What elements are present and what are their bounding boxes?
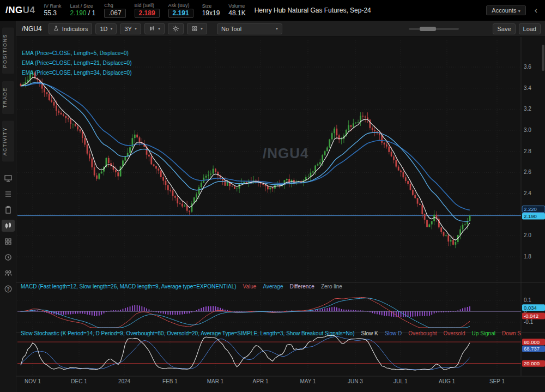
svg-text:2.4: 2.4 — [524, 190, 531, 196]
bid-label: Bid (Sell) — [135, 3, 155, 9]
last-size-label: Last / Size — [70, 3, 93, 9]
volume-label: Volume — [228, 3, 245, 9]
last-value: 2.190 — [70, 9, 86, 17]
zoom-slider-thumb[interactable] — [420, 27, 436, 31]
chevron-down-icon: ▾ — [110, 26, 112, 31]
stochastic-study — [17, 336, 521, 371]
svg-text:3.4: 3.4 — [524, 85, 531, 91]
indicators-button[interactable]: Indicators — [49, 23, 93, 34]
svg-text:2024: 2024 — [118, 378, 131, 384]
layout-grid-dropdown[interactable]: ▾ — [187, 23, 207, 34]
svg-text:2.220: 2.220 — [524, 206, 537, 212]
gear-icon — [172, 25, 179, 32]
load-button[interactable]: Load — [519, 23, 541, 34]
svg-text:APR 1: APR 1 — [253, 378, 269, 384]
price-chart-canvas[interactable]: 3.63.43.23.02.82.62.42.22.01.80.10-0.1NO… — [16, 37, 545, 392]
stoch-study-title[interactable]: Slow Stochastic (K Period=14, D Period=9… — [21, 330, 355, 336]
size-label: Size — [202, 3, 212, 9]
svg-text:-0.1: -0.1 — [524, 319, 534, 325]
svg-text:3.6: 3.6 — [524, 64, 531, 70]
svg-text:SEP 1: SEP 1 — [489, 378, 505, 384]
chevron-down-icon: ▾ — [201, 26, 203, 31]
flask-icon — [53, 25, 59, 32]
range-dropdown[interactable]: 3Y▾ — [120, 23, 141, 34]
volume-field: Volume 48.1K — [228, 3, 245, 17]
iv-rank-field: IV Rank 55.3 — [44, 3, 61, 17]
svg-text:2.190: 2.190 — [524, 213, 537, 219]
svg-text:MAR 1: MAR 1 — [207, 378, 224, 384]
ask-label: Ask (Buy) — [168, 3, 190, 9]
chg-field: Chg .067 — [104, 3, 125, 18]
ask-field: Ask (Buy) 2.191 — [168, 3, 193, 18]
svg-text:JUL 1: JUL 1 — [393, 378, 408, 384]
iv-rank-value: 55.3 — [44, 9, 56, 17]
watchlist-icon[interactable] — [2, 188, 15, 200]
body-row: POSITIONS TRADE ACTIVITY — [0, 21, 545, 392]
chg-label: Chg — [104, 3, 113, 9]
chart-surface: 3.63.43.23.02.82.62.42.22.01.80.10-0.1NO… — [16, 37, 545, 392]
ask-button[interactable]: 2.191 — [168, 9, 193, 18]
svg-text:1.8: 1.8 — [524, 254, 531, 260]
help-icon[interactable]: ? — [2, 283, 15, 295]
svg-text:2.8: 2.8 — [524, 148, 531, 154]
history-icon[interactable] — [2, 251, 15, 263]
study-label-ema34[interactable]: EMA (Price=CLOSE, Length=34, Displace=0) — [22, 70, 132, 76]
svg-text:-0.042: -0.042 — [524, 313, 538, 319]
instrument-description: Henry Hub Natural Gas Futures, Sep-24 — [255, 7, 371, 14]
sidebar-tab-trade[interactable]: TRADE — [2, 81, 14, 114]
trading-app: /NGU4 IV Rank 55.3 Last / Size 2.190 / 1… — [0, 0, 545, 392]
svg-text:?: ? — [7, 286, 10, 292]
collapse-panel-chevron-icon[interactable]: ‹ — [532, 5, 540, 15]
drawing-tool-dropdown[interactable]: No Tool▾ — [217, 23, 282, 34]
candlestick-series — [20, 70, 471, 248]
svg-text:80.000: 80.000 — [524, 339, 540, 345]
study-labels: EMA (Price=CLOSE, Length=5, Displace=0) … — [22, 50, 132, 76]
macd-study-title[interactable]: MACD (Fast length=12, Slow length=26, MA… — [21, 284, 237, 290]
bid-field: Bid (Sell) 2.189 — [135, 3, 160, 18]
svg-text:FEB 1: FEB 1 — [162, 378, 178, 384]
sidebar-tab-activity[interactable]: ACTIVITY — [2, 121, 14, 162]
zoom-slider[interactable] — [409, 28, 459, 30]
left-sidebar: POSITIONS TRADE ACTIVITY — [0, 21, 16, 392]
iv-rank-label: IV Rank — [44, 3, 61, 9]
aggregation-dropdown[interactable]: 1D▾ — [95, 23, 117, 34]
svg-text:3.0: 3.0 — [524, 127, 531, 133]
svg-text:2.6: 2.6 — [524, 169, 531, 175]
orders-icon[interactable] — [2, 204, 15, 216]
chevron-down-icon: ▾ — [518, 9, 520, 14]
grid-icon[interactable] — [2, 236, 15, 248]
svg-text:AUG 1: AUG 1 — [439, 378, 455, 384]
svg-text:JUN 3: JUN 3 — [348, 378, 363, 384]
people-icon[interactable] — [2, 267, 15, 279]
symbol-input[interactable]: /NGU4 — [21, 24, 45, 34]
symbol-title: /NGU4 — [5, 5, 35, 16]
svg-text:0.1: 0.1 — [524, 297, 531, 303]
svg-text:MAY 1: MAY 1 — [300, 378, 316, 384]
symbol-suffix: U4 — [23, 5, 35, 15]
accounts-dropdown[interactable]: Accounts ▾ — [486, 5, 525, 15]
last-size: / 1 — [88, 9, 95, 17]
candlestick-icon — [149, 25, 155, 32]
chevron-down-icon: ▾ — [135, 26, 137, 31]
svg-text:DEC 1: DEC 1 — [71, 378, 87, 384]
volume-value: 48.1K — [228, 9, 245, 17]
chg-value: .067 — [104, 9, 125, 18]
svg-text:68.737: 68.737 — [524, 346, 540, 352]
chart-settings-button[interactable] — [168, 23, 184, 34]
save-button[interactable]: Save — [493, 23, 515, 34]
sidebar-tab-positions[interactable]: POSITIONS — [2, 28, 14, 74]
macd-study — [17, 298, 521, 328]
study-label-ema21[interactable]: EMA (Price=CLOSE, Length=21, Displace=0) — [22, 60, 132, 66]
monitor-icon[interactable] — [2, 172, 15, 184]
chart-icon[interactable] — [2, 220, 15, 232]
svg-text:NOV 1: NOV 1 — [25, 378, 41, 384]
study-label-ema5[interactable]: EMA (Price=CLOSE, Length=5, Displace=0) — [22, 50, 132, 56]
chart-style-dropdown[interactable]: ▾ — [144, 23, 165, 34]
sidebar-icon-rail: ? — [2, 172, 15, 295]
bid-button[interactable]: 2.189 — [135, 9, 160, 18]
chart-vertical-scrollbar[interactable] — [542, 45, 544, 71]
chevron-down-icon: ▾ — [158, 26, 160, 31]
symbol-root: /NG — [5, 5, 23, 15]
grid-icon — [191, 25, 198, 32]
svg-text:2.0: 2.0 — [524, 232, 531, 238]
